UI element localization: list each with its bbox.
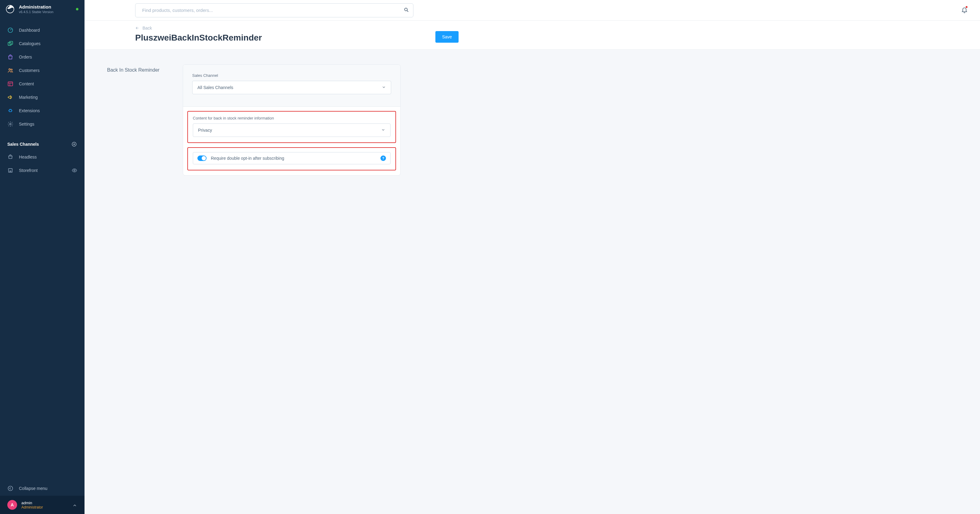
- nav-label: Marketing: [19, 95, 38, 100]
- user-name: admin: [21, 501, 68, 505]
- collapse-menu-button[interactable]: Collapse menu: [0, 481, 84, 496]
- status-indicator-icon: [76, 8, 78, 10]
- svg-rect-7: [9, 110, 11, 112]
- channel-storefront[interactable]: Storefront: [0, 164, 84, 177]
- bag-icon: [7, 54, 13, 60]
- double-opt-in-toggle[interactable]: [197, 155, 207, 161]
- sidebar-header: Administration v6.4.5.1 Stable Version: [0, 0, 84, 18]
- content-field-highlight: Content for back in stock reminder infor…: [187, 111, 396, 143]
- main-nav: Dashboard Catalogues Orders Customers Co…: [0, 18, 84, 133]
- nav-label: Customers: [19, 68, 40, 73]
- sidebar: Administration v6.4.5.1 Stable Version D…: [0, 0, 84, 514]
- nav-label: Catalogues: [19, 41, 41, 46]
- svg-point-12: [404, 8, 407, 11]
- svg-point-4: [9, 68, 10, 70]
- content-field-select[interactable]: Privacy: [193, 124, 391, 137]
- nav-customers[interactable]: Customers: [0, 64, 84, 77]
- main: Back PluszweiBackInStockReminder Save Ba…: [84, 0, 980, 514]
- sales-channel-select[interactable]: All Sales Channels: [192, 81, 391, 94]
- app-version: v6.4.5.1 Stable Version: [19, 10, 72, 14]
- content-field-label: Content for back in stock reminder infor…: [193, 116, 391, 121]
- nav-label: Content: [19, 81, 34, 86]
- nav-settings[interactable]: Settings: [0, 117, 84, 131]
- page-header: Back PluszweiBackInStockReminder Save: [84, 21, 980, 50]
- user-role: Administrator: [21, 505, 68, 509]
- channel-label: Headless: [19, 155, 37, 159]
- settings-card: Sales Channel All Sales Channels Content…: [183, 64, 401, 176]
- search-input[interactable]: [135, 3, 414, 17]
- layout-icon: [7, 81, 13, 87]
- notifications-button[interactable]: [961, 6, 968, 14]
- users-icon: [7, 67, 13, 73]
- catalogues-icon: [7, 41, 13, 47]
- nav-content[interactable]: Content: [0, 77, 84, 90]
- card-heading: Back In Stock Reminder: [107, 64, 170, 176]
- app-title: Administration: [19, 4, 72, 10]
- svg-point-8: [10, 124, 11, 125]
- add-sales-channel-button[interactable]: [71, 141, 77, 147]
- collapse-label: Collapse menu: [19, 486, 47, 491]
- content-field-value: Privacy: [198, 128, 212, 133]
- double-opt-in-label: Require double opt-in after subscribing: [211, 156, 376, 161]
- double-opt-in-highlight: Require double opt-in after subscribing …: [187, 147, 396, 170]
- notification-dot-icon: [966, 6, 968, 8]
- double-opt-in-row: Require double opt-in after subscribing …: [193, 152, 391, 164]
- nav-orders[interactable]: Orders: [0, 50, 84, 64]
- nav-label: Orders: [19, 55, 32, 59]
- svg-point-10: [74, 170, 75, 171]
- nav-dashboard[interactable]: Dashboard: [0, 24, 84, 37]
- nav-extensions[interactable]: Extensions: [0, 104, 84, 117]
- content-area: Back In Stock Reminder Sales Channel All…: [84, 50, 980, 514]
- chevron-down-icon: [382, 85, 386, 90]
- headless-icon: [7, 154, 13, 160]
- collapse-icon: [7, 485, 13, 492]
- user-menu[interactable]: A admin Administrator: [0, 496, 84, 514]
- search-icon[interactable]: [404, 7, 409, 13]
- nav-marketing[interactable]: Marketing: [0, 90, 84, 104]
- back-label: Back: [143, 25, 152, 30]
- megaphone-icon: [7, 94, 13, 100]
- plug-icon: [7, 108, 13, 114]
- sales-channel-value: All Sales Channels: [197, 85, 234, 90]
- chevron-up-icon: [72, 502, 77, 508]
- help-icon[interactable]: ?: [380, 155, 386, 161]
- storefront-icon: [7, 167, 13, 173]
- page-title: PluszweiBackInStockReminder: [135, 33, 262, 43]
- channel-headless[interactable]: Headless: [0, 150, 84, 164]
- sales-channels-heading: Sales Channels: [7, 142, 39, 147]
- chevron-down-icon: [381, 128, 385, 133]
- svg-point-11: [8, 486, 13, 491]
- back-link[interactable]: Back: [135, 25, 152, 30]
- logo-icon: [5, 5, 14, 14]
- search-wrap: [135, 3, 414, 17]
- avatar: A: [7, 500, 17, 510]
- svg-point-5: [11, 69, 12, 70]
- gear-icon: [7, 121, 13, 127]
- save-button[interactable]: Save: [435, 31, 458, 43]
- top-bar: [84, 0, 980, 21]
- visibility-icon[interactable]: [72, 168, 77, 173]
- sales-channels-section: Sales Channels: [0, 133, 84, 150]
- sales-channel-label: Sales Channel: [192, 73, 391, 78]
- nav-catalogues[interactable]: Catalogues: [0, 37, 84, 50]
- channel-label: Storefront: [19, 168, 38, 173]
- nav-label: Dashboard: [19, 28, 40, 33]
- nav-label: Extensions: [19, 108, 40, 113]
- svg-rect-6: [8, 82, 13, 86]
- gauge-icon: [7, 27, 13, 33]
- nav-label: Settings: [19, 122, 35, 127]
